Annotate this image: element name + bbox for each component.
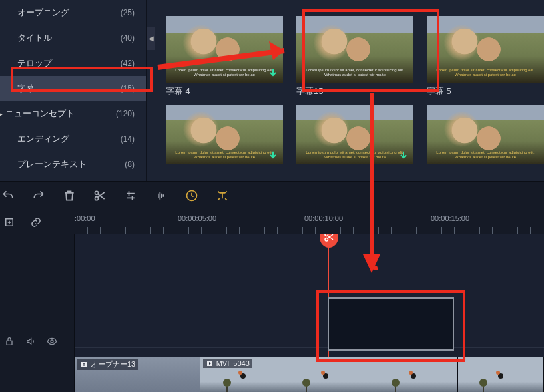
visibility-track-icon[interactable]: [47, 336, 57, 349]
sidebar-item-count: (120): [116, 109, 135, 118]
sidebar-item-count: (15): [121, 84, 135, 93]
redo-button[interactable]: [31, 188, 47, 204]
timeline-body: オープナー13 MVI_5043: [0, 234, 544, 392]
timeline-ruler: :00:00 00:00:05:00 00:00:10:00 00:00:15:…: [0, 210, 544, 234]
sidebar-item-label: 字幕: [17, 83, 35, 95]
sidebar-item-label: オープニング: [17, 7, 69, 19]
timeline-clip-frame[interactable]: [458, 357, 544, 392]
sidebar-item-count: (40): [121, 33, 135, 43]
track-gutter: [0, 234, 75, 392]
timeline-clip-video[interactable]: MVI_5043: [200, 357, 286, 392]
sidebar-item-newconcept[interactable]: ▶ ニューコンセプト (120): [0, 101, 146, 126]
svg-point-5: [51, 340, 53, 343]
thumb-caption: 字幕15: [296, 85, 413, 97]
template-thumb-sub4[interactable]: Lorem ipsum dolor sit amet, consectetur …: [166, 16, 283, 83]
download-icon[interactable]: [267, 67, 279, 79]
template-thumb[interactable]: Lorem ipsum dolor sit amet, consectetur …: [166, 105, 283, 164]
thumb-caption: 字幕 4: [166, 85, 283, 97]
playhead-split-button[interactable]: [320, 234, 338, 248]
timeline-clip-frame[interactable]: [286, 357, 372, 392]
timeline-clip-title[interactable]: オープナー13: [75, 357, 200, 392]
sidebar-item-label: タイトル: [17, 32, 52, 44]
delete-button[interactable]: [61, 188, 77, 204]
link-button[interactable]: [29, 216, 43, 229]
clip-label: オープナー13: [91, 359, 135, 369]
download-icon[interactable]: [267, 149, 279, 161]
sidebar-item-subtitle[interactable]: 字幕 (15): [0, 76, 146, 101]
time-label: 00:00:15:00: [431, 214, 469, 222]
template-thumb-sub15[interactable]: Lorem ipsum dolor sit amet, consectetur …: [296, 16, 413, 83]
timeline-toolbar: [0, 181, 544, 210]
adjust-button[interactable]: [123, 188, 138, 204]
svg-rect-4: [7, 341, 12, 345]
speed-button[interactable]: [184, 188, 200, 204]
download-icon[interactable]: [398, 149, 409, 161]
sidebar-item-telop[interactable]: テロップ (42): [0, 51, 146, 76]
category-sidebar: オープニング (25) タイトル (40) テロップ (42) 字幕 (15) …: [0, 0, 147, 181]
sidebar-item-title[interactable]: タイトル (40): [0, 25, 146, 51]
sidebar-item-count: (42): [121, 59, 135, 68]
thumb-caption: 字幕 5: [427, 85, 544, 97]
template-thumb[interactable]: Lorem ipsum dolor sit amet, consectetur …: [427, 105, 544, 164]
caret-right-icon: ▶: [0, 110, 3, 118]
time-label: :00:00: [75, 214, 95, 222]
template-thumb[interactable]: Lorem ipsum dolor sit amet, consectetur …: [296, 105, 413, 164]
empty-clip-slot[interactable]: [328, 297, 454, 351]
template-thumb-sub5[interactable]: Lorem ipsum dolor sit amet, consectetur …: [427, 16, 544, 83]
time-label: 00:00:10:00: [304, 214, 343, 222]
sidebar-item-plaintext[interactable]: プレーンテキスト (8): [0, 152, 146, 177]
time-label: 00:00:05:00: [178, 214, 216, 222]
sidebar-item-count: (8): [125, 160, 135, 169]
clip-label: MVI_5043: [216, 359, 250, 367]
timeline-clip-frame[interactable]: [372, 357, 458, 392]
audio-waveform-button[interactable]: [153, 188, 169, 204]
sidebar-item-opening[interactable]: オープニング (25): [0, 0, 146, 25]
undo-button[interactable]: [0, 188, 16, 204]
collapse-sidebar-button[interactable]: ◀: [147, 27, 155, 50]
mute-track-icon[interactable]: [25, 336, 36, 349]
marker-add-button[interactable]: [3, 216, 16, 229]
timeline-tracks[interactable]: オープナー13 MVI_5043: [75, 234, 544, 392]
sidebar-item-label: プレーンテキスト: [17, 158, 87, 170]
lock-track-icon[interactable]: [4, 336, 15, 349]
sidebar-item-ending[interactable]: エンディング (14): [0, 126, 146, 152]
sidebar-item-label: エンディング: [17, 133, 69, 145]
sidebar-item-label: テロップ: [17, 57, 52, 69]
sidebar-item-label: ニューコンセプト: [5, 108, 116, 120]
sidebar-item-count: (25): [121, 8, 135, 17]
split-button[interactable]: [92, 188, 108, 204]
sidebar-item-count: (14): [121, 134, 135, 144]
template-gallery: ◀ Lorem ipsum dolor sit amet, consectetu…: [147, 0, 544, 181]
video-track[interactable]: オープナー13 MVI_5043: [75, 357, 544, 392]
text-effect-button[interactable]: [214, 188, 230, 204]
